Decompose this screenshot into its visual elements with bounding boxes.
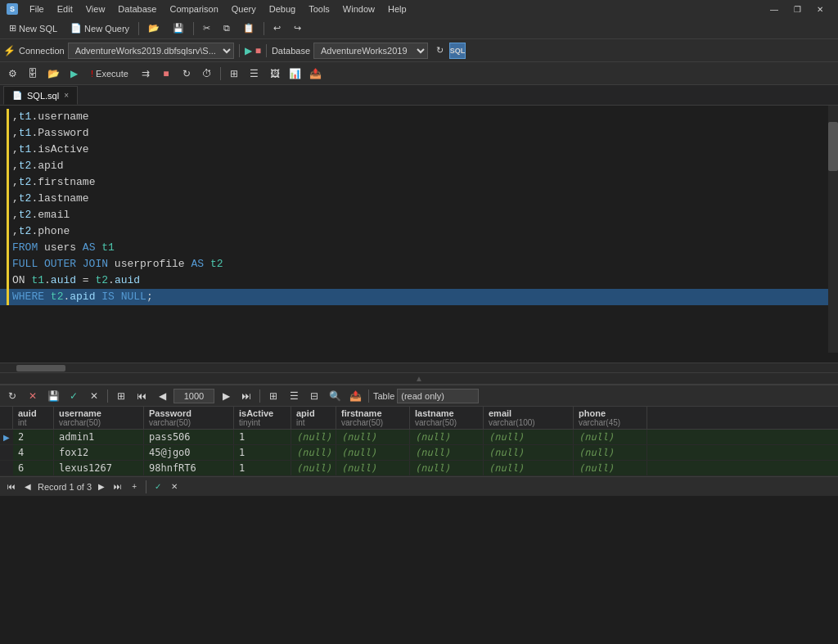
code-line: FULL OUTER JOIN userprofile AS t2 xyxy=(0,256,838,272)
results-check-btn[interactable]: ✓ xyxy=(65,387,83,405)
results-export-btn[interactable]: 📤 xyxy=(346,387,364,405)
nav-next-btn[interactable]: ▶ xyxy=(95,480,108,493)
menu-comparison[interactable]: Comparison xyxy=(163,2,224,16)
maximize-button[interactable]: ❐ xyxy=(786,0,809,18)
results-limit-input[interactable] xyxy=(173,389,214,403)
timer-btn[interactable]: ⏱ xyxy=(198,65,216,83)
nav-cancel-btn[interactable]: ✕ xyxy=(168,480,181,493)
nav-prev-btn[interactable]: ◀ xyxy=(21,480,34,493)
editor-hscroll-thumb[interactable] xyxy=(16,365,65,372)
menu-window[interactable]: Window xyxy=(336,2,381,16)
disconnect-icon: ■ xyxy=(255,45,261,56)
image-btn[interactable]: 🖼 xyxy=(266,65,284,83)
refresh-btn[interactable]: ↻ xyxy=(178,65,196,83)
nav-check-btn[interactable]: ✓ xyxy=(151,480,164,493)
refresh-button[interactable]: ↻ xyxy=(431,43,448,59)
database-select[interactable]: AdventureWorks2019 xyxy=(313,43,428,59)
conn-sep2 xyxy=(266,44,267,57)
results-view-col-btn[interactable]: ☰ xyxy=(285,387,303,405)
line-text: WHERE t2.apid IS NULL; xyxy=(9,289,153,305)
results-prev-first-btn[interactable]: ⏮ xyxy=(133,387,151,405)
save-button[interactable]: 💾 xyxy=(167,20,190,38)
minimize-button[interactable]: — xyxy=(763,0,786,18)
close-button[interactable]: ✕ xyxy=(809,0,831,18)
undo-button[interactable]: ↩ xyxy=(268,20,286,38)
redo-button[interactable]: ↪ xyxy=(288,20,307,38)
results-search-btn[interactable]: 🔍 xyxy=(326,387,344,405)
connection-select[interactable]: AdventureWorks2019.dbfsqlsrv\S... xyxy=(68,43,234,59)
step-btn[interactable]: ⇉ xyxy=(137,65,155,83)
results-cancel-btn[interactable]: ✕ xyxy=(85,387,103,405)
row-current-indicator: ▶ xyxy=(0,430,13,444)
database-icon-btn[interactable]: 🗄 xyxy=(24,65,42,83)
results-prev-btn[interactable]: ◀ xyxy=(153,387,171,405)
row-indicator xyxy=(0,461,13,475)
results-next-btn[interactable]: ▶ xyxy=(217,387,235,405)
nav-sep xyxy=(146,480,146,493)
results-view-grid-btn[interactable]: ⊞ xyxy=(264,387,282,405)
tab-close-button[interactable]: × xyxy=(64,91,69,100)
properties-button[interactable]: ⚙ xyxy=(3,65,21,83)
editor-vscroll-thumb[interactable] xyxy=(828,122,838,171)
results-refresh-btn[interactable]: ↻ xyxy=(3,387,21,405)
results-save-btn[interactable]: 💾 xyxy=(44,387,62,405)
code-line: ,t1.username xyxy=(0,109,838,125)
code-line: ,t2.phone xyxy=(0,223,838,240)
connection-toolbar: ⚡ Connection AdventureWorks2019.dbfsqlsr… xyxy=(0,39,838,62)
chart-btn[interactable]: 📊 xyxy=(286,65,304,83)
columns-btn[interactable]: ☰ xyxy=(246,65,264,83)
sql-mode-button[interactable]: SQL xyxy=(449,43,466,59)
record-info: Record 1 of 3 xyxy=(38,482,92,492)
menu-edit[interactable]: Edit xyxy=(51,2,79,16)
nav-add-btn[interactable]: + xyxy=(128,480,141,493)
copy-button[interactable]: ⧉ xyxy=(218,20,236,38)
results-sep3 xyxy=(368,390,369,403)
open-button[interactable]: 📂 xyxy=(142,20,165,38)
menu-tools[interactable]: Tools xyxy=(302,2,336,16)
nav-last-btn[interactable]: ⏭ xyxy=(111,480,124,493)
menu-debug[interactable]: Debug xyxy=(263,2,302,16)
col-header-phone: phone varchar(45) xyxy=(574,407,647,429)
editor-vscroll[interactable] xyxy=(828,106,838,353)
run-btn[interactable]: ▶ xyxy=(65,65,83,83)
cell-phone: (null) xyxy=(574,430,647,444)
line-text: ,t1.username xyxy=(9,109,89,125)
new-sql-button[interactable]: ⊞ New SQL xyxy=(3,20,63,38)
table-mode-input[interactable] xyxy=(397,389,479,403)
grid-btn[interactable]: ⊞ xyxy=(225,65,243,83)
table-label: Table xyxy=(373,391,394,401)
stop-btn[interactable]: ■ xyxy=(157,65,175,83)
results-grid: auid int username varchar(50) Password v… xyxy=(0,407,838,476)
export-btn[interactable]: 📤 xyxy=(307,65,325,83)
menu-view[interactable]: View xyxy=(79,2,112,16)
sql-tab[interactable]: 📄 SQL.sql × xyxy=(3,86,78,105)
table-row[interactable]: 4 fox12 45@jgo0 1 (null) (null) (null) (… xyxy=(0,445,838,461)
table-row[interactable]: 6 lexus1267 98hnfRT6 1 (null) (null) (nu… xyxy=(0,461,838,476)
results-toolbar: ↻ ✕ 💾 ✓ ✕ ⊞ ⏮ ◀ ▶ ⏭ ⊞ ☰ ⊟ 🔍 📤 Table xyxy=(0,385,838,407)
cut-button[interactable]: ✂ xyxy=(197,20,216,38)
results-stop-btn[interactable]: ✕ xyxy=(24,387,42,405)
cell-email: (null) xyxy=(484,461,574,475)
nav-first-btn[interactable]: ⏮ xyxy=(5,480,18,493)
paste-icon: 📋 xyxy=(243,23,255,34)
code-line: ,t2.email xyxy=(0,207,838,223)
cell-auid: 4 xyxy=(13,445,54,460)
menu-file[interactable]: File xyxy=(23,2,51,16)
paste-button[interactable]: 📋 xyxy=(237,20,260,38)
col-header-lastname: lastname varchar(50) xyxy=(410,407,484,429)
table-row[interactable]: ▶ 2 admin1 pass506 1 (null) (null) (null… xyxy=(0,430,838,445)
execute-button[interactable]: ! Execute xyxy=(85,65,134,83)
cell-phone: (null) xyxy=(574,445,647,460)
results-view-form-btn[interactable]: ⊟ xyxy=(305,387,323,405)
menu-query[interactable]: Query xyxy=(225,2,263,16)
open-file-btn[interactable]: 📂 xyxy=(44,65,62,83)
menu-help[interactable]: Help xyxy=(381,2,413,16)
results-next-last-btn[interactable]: ⏭ xyxy=(237,387,255,405)
editor-resize-handle[interactable]: ▲ xyxy=(0,372,838,384)
results-grid-btn[interactable]: ⊞ xyxy=(112,387,130,405)
code-editor[interactable]: ,t1.username ,t1.Password ,t1.isActive ,… xyxy=(0,106,838,363)
cell-isactive: 1 xyxy=(234,430,291,444)
editor-hscroll[interactable] xyxy=(0,363,838,372)
menu-database[interactable]: Database xyxy=(111,2,163,16)
new-query-button[interactable]: 📄 New Query xyxy=(65,20,135,38)
